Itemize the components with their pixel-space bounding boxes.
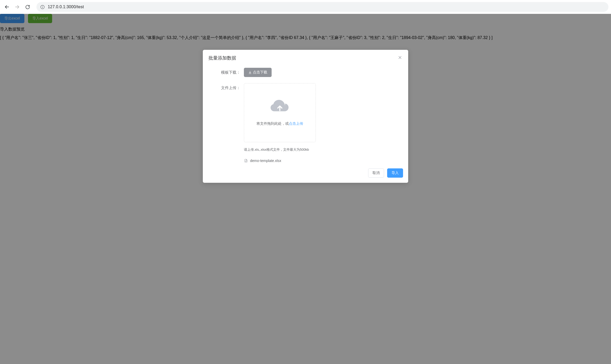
arrow-right-icon	[15, 4, 20, 9]
browser-toolbar: 127.0.0.1:3000/test	[0, 0, 611, 14]
cloud-upload-icon	[271, 99, 289, 114]
template-download-label: 模板下载：	[213, 68, 244, 77]
close-icon	[398, 55, 402, 60]
file-upload-row: 文件上传： 将文件拖到此处，或点击上传 请上传.xls,	[213, 83, 398, 163]
dialog-close-button[interactable]	[397, 55, 403, 60]
nav-forward-button[interactable]	[13, 3, 22, 11]
download-template-button-label: 点击下载	[253, 70, 267, 75]
download-icon	[248, 71, 252, 74]
upload-tip: 请上传.xls,.xlsx格式文件，文件最大为500kb	[244, 147, 398, 152]
svg-point-4	[42, 6, 42, 6]
dialog-header: 批量添加数据	[203, 50, 408, 63]
arrow-left-icon	[4, 4, 9, 9]
dialog-title: 批量添加数据	[208, 55, 236, 61]
uploaded-file-item[interactable]: demo-template.xlsx	[244, 159, 398, 163]
site-info-icon[interactable]	[40, 5, 45, 9]
reload-icon	[25, 5, 30, 9]
file-document-icon	[244, 159, 248, 163]
confirm-import-button[interactable]: 导入	[387, 168, 403, 178]
page: 导出excel 导入excel 导入数据预览 [ { "用户名": "张三", …	[0, 14, 611, 364]
upload-hint-text: 将文件拖到此处，或点击上传	[256, 121, 303, 126]
import-dialog: 批量添加数据 模板下载： 点击下载 文件	[203, 50, 408, 183]
cancel-button[interactable]: 取消	[368, 168, 384, 178]
file-upload-label: 文件上传：	[213, 83, 244, 163]
address-bar-text: 127.0.0.1:3000/test	[48, 5, 84, 9]
upload-hint-prefix: 将文件拖到此处，或	[256, 121, 289, 126]
download-template-button[interactable]: 点击下载	[244, 68, 272, 77]
dialog-footer: 取消 导入	[203, 165, 408, 183]
upload-click-link[interactable]: 点击上传	[289, 121, 303, 126]
nav-reload-button[interactable]	[23, 3, 32, 11]
nav-back-button[interactable]	[3, 3, 11, 11]
uploaded-file-name: demo-template.xlsx	[250, 159, 281, 163]
upload-dropzone[interactable]: 将文件拖到此处，或点击上传	[244, 83, 316, 142]
dialog-body: 模板下载： 点击下载 文件上传：	[203, 63, 408, 165]
template-download-row: 模板下载： 点击下载	[213, 68, 398, 77]
address-bar[interactable]: 127.0.0.1:3000/test	[36, 2, 608, 12]
